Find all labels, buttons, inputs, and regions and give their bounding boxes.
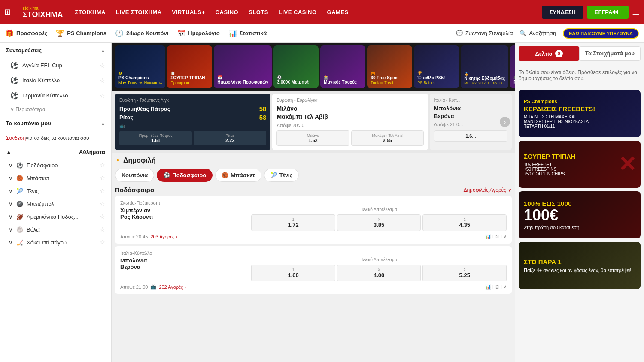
sidebar-sport-tennis[interactable]: ∨ 🎾 Τένις ☆: [0, 184, 111, 197]
live-match-1-odd2-btn[interactable]: Ρίτας 2.22: [194, 131, 266, 145]
football-icon-3: ⚽: [10, 91, 19, 100]
promo-card-pragmatic[interactable]: 🎮 Pragmatic Buy Bonus: [510, 45, 515, 88]
sidebar-sport-basketball[interactable]: ∨ 🏀 Μπάσκετ ☆: [0, 172, 111, 184]
nav-slots[interactable]: SLOTS: [249, 9, 268, 15]
nav-ps-champions[interactable]: 🏆 PS Champions: [56, 29, 106, 37]
tab-football[interactable]: ⚽ Ποδόσφαιρο: [157, 169, 213, 182]
live-match-3-odd-btn[interactable]: 1.6...: [434, 130, 507, 142]
match-1-h2h[interactable]: 📊 H2H ∨: [485, 234, 507, 239]
match-2-oddX-btn[interactable]: Χ 4.00: [337, 265, 421, 281]
logo[interactable]: stoixima ΣΤΟΙΧΗΜΑ: [19, 4, 66, 20]
live-match-1[interactable]: Ευρώπη - Τσάμπιονς Λιγκ Προμηθέας Πάτρας…: [115, 94, 270, 150]
promo-banner-super-tripli[interactable]: ΣΟΥΠΕΡ ΤΡΙΠΛΗ 10€ FREEBET +50 FREESPINS …: [519, 141, 641, 188]
match-2-team2: Βερόνα: [120, 264, 248, 270]
favorite-sport-icon-2[interactable]: ☆: [100, 175, 105, 181]
favorite-sport-icon-5[interactable]: ☆: [100, 213, 105, 220]
favorite-icon-3[interactable]: ☆: [100, 92, 105, 99]
more-shortcuts[interactable]: ∨ Περισσότερα: [0, 103, 111, 116]
match-2-footer: Απόψε 21:00 📺 202 Αγορές › 📊 H2H ∨: [120, 284, 507, 290]
live-match-2-odd2-btn[interactable]: Μακάμπι Τελ Αβίβ 2.55: [351, 130, 424, 146]
promo-card-ps-champions[interactable]: ⚙ PS Champions Μαν. Γιουν. vs Νιούκαστλ: [115, 45, 165, 88]
favorite-sport-icon-3[interactable]: ☆: [100, 187, 105, 194]
login-button[interactable]: ΣΥΝΔΕΣΗ: [542, 6, 583, 19]
hamburger-icon[interactable]: ☰: [632, 7, 640, 17]
live-match-1-odd2-value: 2.22: [225, 138, 234, 143]
nav-statistics[interactable]: 📊 Στατιστικά: [228, 29, 267, 37]
match-2-odd2-btn[interactable]: 2 5.25: [422, 265, 507, 281]
live-match-2-odd1-btn[interactable]: Μιλάνο 1.52: [276, 130, 349, 146]
favorite-sport-icon-7[interactable]: ☆: [100, 239, 105, 246]
live-chat-button[interactable]: 💬 Ζωντανή Συνομιλία: [456, 30, 513, 36]
promo-card-super-tripli[interactable]: 📋 ΣΟΥΠΕΡ ΤΡΙΠΛΗ Προσφορά: [167, 45, 212, 88]
sidebar-sport-volleyball[interactable]: ∨ 🏐 Βόλεϊ ☆: [0, 223, 111, 236]
promo-card-calendar[interactable]: 📅 Ημερολόγιο Προσφορών: [214, 45, 272, 88]
match-1-odd2-btn[interactable]: 2 4.35: [422, 214, 507, 231]
responsible-play-button[interactable]: ΕΔΩ ΠΑΙΖΟΥΜΕ ΥΠΕΥΘΥΝΑ: [563, 28, 639, 39]
shortcuts-header[interactable]: Συντομεύσεις ▲: [0, 43, 111, 58]
popular-markets-button[interactable]: Δημοφιλείς Αγορές ∨: [463, 187, 512, 193]
match-1-oddX-btn[interactable]: Χ 3.85: [337, 214, 421, 231]
nav-calendar[interactable]: 📅 Ημερολόγιο: [177, 29, 219, 37]
sidebar-sport-football[interactable]: ∨ ⚽ Ποδόσφαιρο ☆: [0, 159, 111, 172]
live-match-1-odd1-btn[interactable]: Προμηθέας Πάτρας 1.61: [119, 131, 192, 145]
betslip-tab[interactable]: Δελτίο 0: [519, 46, 579, 61]
live-match-3-time: Απόψε 21:0...: [434, 122, 507, 127]
match-2-odds: 1 1.60 Χ 4.00 2 5.25: [251, 265, 507, 281]
promo-card-wheel[interactable]: 🎰 Μαγικός Τροχός: [320, 45, 365, 88]
chevron-down-icon-2: ∨: [9, 162, 13, 169]
favorite-sport-icon[interactable]: ☆: [100, 162, 105, 169]
favorite-sport-icon-4[interactable]: ☆: [100, 200, 105, 207]
sidebar-sport-baseball[interactable]: ∨ 🎱 Μπέιζμπολ ☆: [0, 197, 111, 210]
match-2-h2h[interactable]: 📊 H2H ∨: [485, 284, 507, 290]
promo-card-2-subtitle: Προσφορά: [170, 81, 209, 85]
main-content: ⚙ PS Champions Μαν. Γιουν. vs Νιούκαστλ …: [112, 43, 515, 362]
sidebar-sport-american-football[interactable]: ∨ 🏈 Αμερικάνικο Ποδός... ☆: [0, 210, 111, 223]
tab-basketball[interactable]: 🏀 Μπάσκετ: [215, 169, 261, 182]
match-2-odd1-btn[interactable]: 1 1.60: [251, 265, 335, 281]
chevron-up-icon: ▲: [101, 48, 105, 53]
favorite-sport-icon-6[interactable]: ☆: [100, 226, 105, 233]
promo-card-winner[interactable]: 🏅 Νικητής Εβδομάδας ΜΕ C27 ΚΕΡΔΙΣΕ €6.30…: [461, 45, 508, 88]
mybets-tab[interactable]: Τα Στοιχήματά μου: [579, 46, 641, 61]
nav-games[interactable]: GAMES: [327, 9, 349, 15]
sports-header[interactable]: ▲ Αθλήματα: [0, 145, 111, 159]
favorite-icon-2[interactable]: ☆: [100, 77, 105, 84]
coupons-header[interactable]: Τα κουπόνια μου ▲: [0, 116, 111, 131]
nav-virtuals[interactable]: VIRTUALS+: [172, 9, 205, 15]
promo-card-ps5[interactable]: 🏆 Έπαθλο PS5! PS Battles: [414, 45, 459, 88]
match-1-odd1-btn[interactable]: 1 1.72: [251, 214, 335, 231]
promo-card-6-icon: 🎃: [371, 71, 409, 75]
nav-live-casino[interactable]: LIVE CASINO: [279, 9, 317, 15]
search-button[interactable]: 🔍 Αναζήτηση: [519, 30, 556, 36]
match-2-markets-link[interactable]: 202 Αγορές ›: [159, 284, 186, 290]
right-panel: Δελτίο 0 Τα Στοιχήματά μου Το δελτίο σου…: [515, 43, 644, 362]
grid-icon[interactable]: ⊞: [4, 7, 11, 17]
promo-banner-100-percent[interactable]: 100% ΕΩΣ 100€ 100€ Στην πρώτη σου κατάθε…: [519, 191, 641, 238]
tab-tennis[interactable]: 🎾 Τένις: [264, 169, 299, 182]
live-match-2[interactable]: Ευρώπη - Ευρωλίγκα Μιλάνο Μακάμπι Τελ Αβ…: [272, 94, 428, 150]
nav-stoixima[interactable]: ΣΤΟΙΧΗΜΑ: [75, 9, 106, 15]
tab-coupons[interactable]: Κουπόνια: [115, 169, 154, 182]
nav-live-stoixima[interactable]: LIVE ΣΤΟΙΧΗΜΑ: [116, 9, 162, 15]
live-match-3[interactable]: Ιταλία - Κύπ... Μπολόνια Βερόνα Απόψε 21…: [430, 94, 512, 150]
sidebar-item-england[interactable]: ⚽ Αγγλία EFL Cup ☆: [0, 58, 111, 73]
matches-next-button[interactable]: ›: [500, 117, 510, 127]
nav-promotions[interactable]: 🎁 Προσφορές: [5, 29, 47, 37]
promo-banner-ps-champions[interactable]: PS Champions ΚΕΡΔΙΖΕΙΣ FREEBETS! ΜΠΑΙΝΕΙ…: [519, 90, 641, 137]
hockey-icon: 🏒: [16, 239, 23, 246]
favorite-icon[interactable]: ☆: [100, 62, 105, 69]
promo-card-free-spins[interactable]: 🎃 60 Free Spins Trick or Treat: [367, 45, 412, 88]
sidebar-item-italy-cup[interactable]: ⚽ Ιταλία Κύπελλο ☆: [0, 73, 111, 88]
promo-banner-para1[interactable]: ΣΤΟ ΠΑΡΑ 1 Παίξε 4+ αγώνες και αν χάσεις…: [519, 242, 641, 289]
football-tab-icon: ⚽: [163, 172, 170, 178]
sidebar-sport-hockey[interactable]: ∨ 🏒 Χόκεϊ επί πάγου ☆: [0, 236, 111, 249]
nav-24h-coupon[interactable]: 🕐 24ωρο Κουπόνι: [115, 29, 168, 37]
register-button[interactable]: ΕΓΓΡΑΦΗ: [587, 6, 629, 19]
login-link[interactable]: Σύνδεση: [6, 135, 26, 141]
match-1-markets-link[interactable]: 203 Αγορές ›: [150, 234, 177, 239]
sidebar-item-germany-cup[interactable]: ⚽ Γερμανία Κύπελλο ☆: [0, 88, 111, 103]
promo-card-cash[interactable]: ⚽ 3.000€ Μετρητά: [273, 45, 319, 88]
banner-3-big: 100€: [524, 208, 635, 223]
nav-casino[interactable]: CASINO: [216, 9, 239, 15]
live-match-2-team1: Μιλάνο: [276, 105, 423, 112]
